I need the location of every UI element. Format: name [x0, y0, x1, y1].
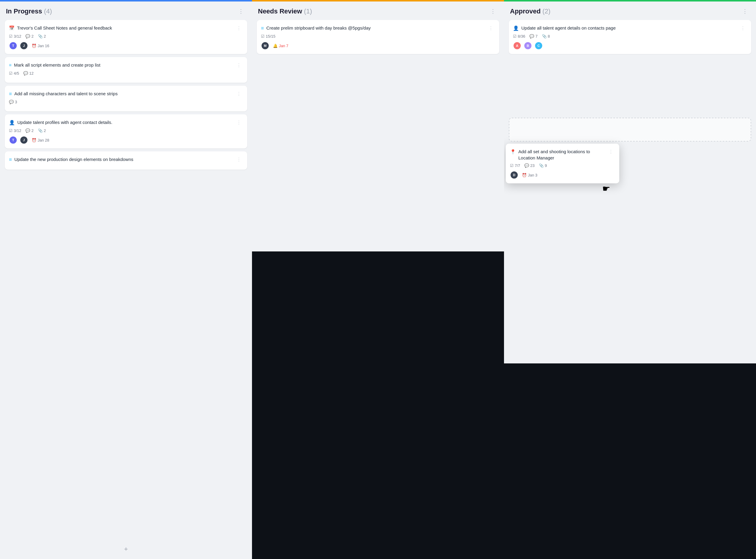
comment-icon: 💬 — [25, 128, 30, 133]
card-meta: ☑ 4/5 💬 12 — [9, 71, 243, 75]
column-in-progress: In Progress (4) ⋮ 📅 Trevor's Call Sheet … — [0, 0, 252, 559]
card-meta: ☑ 3/12 💬 2 📎 2 — [9, 34, 243, 39]
column-header-approved: Approved (2) ⋮ — [504, 1, 756, 20]
attach-icon: 📎 — [542, 34, 547, 39]
attach-meta: 📎 8 — [542, 34, 550, 39]
card-title-area: ≡ Add all missing characters and talent … — [9, 90, 235, 97]
card-add-missing-characters[interactable]: ≡ Add all missing characters and talent … — [5, 86, 247, 111]
card-title-area: ≡ Update the new production design eleme… — [9, 156, 235, 163]
tag-icon: ≡ — [9, 91, 12, 97]
check-value: 15/15 — [266, 34, 276, 39]
check-value: 8/36 — [518, 34, 525, 39]
comment-meta: 💬 2 — [25, 128, 33, 133]
check-meta: ☑ 4/5 — [9, 71, 19, 75]
card-header: 📅 Trevor's Call Sheet Notes and general … — [9, 25, 243, 32]
comment-icon: 💬 — [23, 71, 28, 75]
card-more-button[interactable]: ⋮ — [487, 25, 495, 32]
card-footer: T J ⏰ Jan 28 — [9, 136, 243, 144]
floating-card-more[interactable]: ⋮ — [607, 149, 615, 155]
card-trevor-call-sheet[interactable]: 📅 Trevor's Call Sheet Notes and general … — [5, 20, 247, 54]
card-title-area: ≡ Create prelim stripboard with day brea… — [261, 25, 487, 31]
column-more-needs-review[interactable]: ⋮ — [488, 7, 498, 16]
card-create-prelim-stripboard[interactable]: ≡ Create prelim stripboard with day brea… — [257, 20, 499, 54]
column-needs-review: Needs Review (1) ⋮ ≡ Create prelim strip… — [252, 0, 504, 559]
card-title: Create prelim stripboard with day breaks… — [266, 25, 371, 31]
comment-value: 2 — [31, 34, 33, 39]
card-more-button[interactable]: ⋮ — [739, 25, 747, 32]
kanban-board: In Progress (4) ⋮ 📅 Trevor's Call Sheet … — [0, 0, 756, 559]
floating-card-locations[interactable]: 📍 Add all set and shooting locations to … — [506, 143, 619, 183]
card-more-button[interactable]: ⋮ — [235, 156, 243, 163]
attach-meta: 📎 2 — [38, 34, 46, 39]
avatar-3: C — [534, 42, 543, 50]
card-update-production-design[interactable]: ≡ Update the new production design eleme… — [5, 151, 247, 170]
column-count-needs-review: (1) — [304, 7, 312, 15]
check-meta: ☑ 8/36 — [513, 34, 525, 39]
person-icon: 👤 — [513, 25, 519, 31]
check-icon: ☑ — [510, 163, 513, 168]
column-more-in-progress[interactable]: ⋮ — [236, 7, 246, 16]
column-header-in-progress: In Progress (4) ⋮ — [0, 1, 252, 20]
card-mark-script-elements[interactable]: ≡ Mark all script elements and create pr… — [5, 57, 247, 83]
location-icon: 📍 — [510, 149, 516, 155]
card-title: Mark all script elements and create prop… — [14, 62, 100, 68]
card-header: ≡ Mark all script elements and create pr… — [9, 62, 243, 69]
floating-card-header: 📍 Add all set and shooting locations to … — [510, 149, 615, 161]
comment-value: 23 — [530, 163, 534, 168]
calendar-icon: 📅 — [9, 25, 15, 31]
column-more-approved[interactable]: ⋮ — [740, 7, 750, 16]
column-content-in-progress: 📅 Trevor's Call Sheet Notes and general … — [0, 20, 252, 540]
comment-meta: 💬 2 — [25, 34, 33, 39]
check-icon: ☑ — [261, 34, 265, 39]
avatar-1: A — [513, 42, 521, 50]
card-drop-zone[interactable] — [509, 118, 751, 141]
check-icon: ☑ — [9, 71, 13, 75]
card-title: Trevor's Call Sheet Notes and general fe… — [17, 25, 112, 31]
card-title-area: 📅 Trevor's Call Sheet Notes and general … — [9, 25, 235, 31]
comment-icon: 💬 — [524, 163, 529, 168]
avatar-1: T — [9, 136, 17, 144]
card-update-talent-agent-details[interactable]: 👤 Update all talent agent details on con… — [509, 20, 751, 54]
check-value: 7/7 — [515, 163, 520, 168]
avatar-2: J — [20, 136, 28, 144]
floating-card-title: Add all set and shooting locations to Lo… — [518, 149, 607, 161]
card-footer: T J ⏰ Jan 16 — [9, 42, 243, 50]
add-card-in-progress[interactable]: + — [5, 542, 247, 557]
check-value: 4/5 — [14, 71, 19, 75]
alarm-icon: ⏰ — [522, 173, 527, 177]
due-date: 🔔 Jan 7 — [273, 44, 289, 48]
comment-icon: 💬 — [529, 34, 534, 39]
card-header: 👤 Update all talent agent details on con… — [513, 25, 747, 32]
comment-icon: 💬 — [25, 34, 30, 39]
card-more-button[interactable]: ⋮ — [235, 62, 243, 69]
card-more-button[interactable]: ⋮ — [235, 90, 243, 97]
column-title-approved: Approved (2) — [510, 7, 551, 15]
column-count-approved: (2) — [543, 7, 551, 15]
attach-meta: 📎 2 — [38, 128, 46, 133]
card-more-button[interactable]: ⋮ — [235, 119, 243, 126]
comment-meta: 💬 12 — [23, 71, 33, 75]
attach-value: 8 — [548, 34, 550, 39]
attach-value: 9 — [545, 163, 547, 168]
card-header: ≡ Update the new production design eleme… — [9, 156, 243, 163]
card-title: Update talent profiles with agent contac… — [17, 119, 113, 126]
comment-value: 7 — [535, 34, 537, 39]
comment-icon: 💬 — [9, 100, 14, 104]
card-meta: ☑ 3/12 💬 2 📎 2 — [9, 128, 243, 133]
cursor-hand-icon: ☛ — [602, 183, 610, 194]
card-meta: ☑ 8/36 💬 7 📎 8 — [513, 34, 747, 39]
card-title: Update all talent agent details on conta… — [521, 25, 616, 31]
card-footer: M 🔔 Jan 7 — [261, 42, 495, 50]
alarm-icon: 🔔 — [273, 44, 278, 48]
stack-icon: ≡ — [9, 157, 12, 163]
check-icon: ☑ — [9, 128, 13, 133]
card-update-talent-profiles[interactable]: 👤 Update talent profiles with agent cont… — [5, 114, 247, 149]
check-value: 3/12 — [14, 128, 21, 133]
attach-icon: 📎 — [38, 128, 43, 133]
check-icon: ☑ — [9, 34, 13, 39]
card-meta: 💬 3 — [9, 100, 243, 104]
attach-icon: 📎 — [539, 163, 544, 168]
card-footer: A B C — [513, 42, 747, 50]
card-more-button[interactable]: ⋮ — [235, 25, 243, 32]
card-title-area: 👤 Update talent profiles with agent cont… — [9, 119, 235, 126]
